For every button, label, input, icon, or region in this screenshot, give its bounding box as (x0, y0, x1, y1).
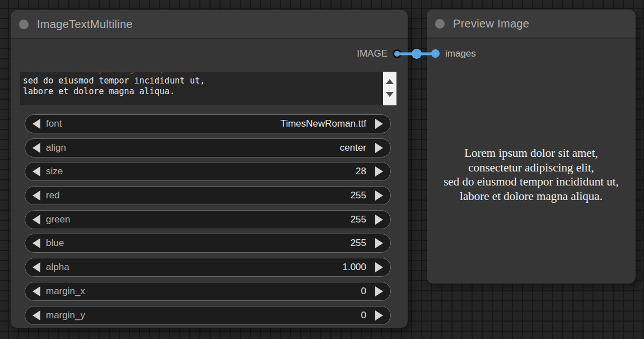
input-port-images[interactable] (431, 49, 440, 58)
output-port-image[interactable] (393, 49, 402, 58)
widget-value: TimesNewRoman.ttf (281, 118, 366, 129)
widget-font[interactable]: font TimesNewRoman.ttf (25, 114, 391, 133)
node-status-dot-icon (435, 19, 445, 29)
widget-label: red (46, 190, 351, 201)
widget-value: 1.000 (342, 262, 366, 273)
increment-arrow-icon[interactable] (375, 143, 383, 153)
preview-text-line: labore et dolore magna aliqua. (427, 189, 636, 204)
widget-value: 255 (351, 214, 366, 225)
widget-red[interactable]: red 255 (25, 186, 391, 205)
decrement-arrow-icon[interactable] (32, 143, 40, 153)
widget-margin-x[interactable]: margin_x 0 (25, 282, 391, 301)
widget-green[interactable]: green 255 (25, 210, 391, 229)
decrement-arrow-icon[interactable] (32, 166, 40, 177)
decrement-arrow-icon[interactable] (32, 286, 40, 296)
increment-arrow-icon[interactable] (375, 166, 383, 177)
widget-size[interactable]: size 28 (25, 162, 391, 181)
link-midpoint-dot (412, 49, 422, 59)
decrement-arrow-icon[interactable] (32, 215, 40, 225)
increment-arrow-icon[interactable] (375, 310, 383, 321)
node-header[interactable]: Preview Image (427, 10, 636, 39)
text-multiline-input[interactable]: consectetur adipiscing elit,sed do eiusm… (20, 72, 396, 105)
node-image-text-multiline[interactable]: ImageTextMultiline IMAGE consectetur adi… (11, 10, 408, 328)
widget-alpha[interactable]: alpha 1.000 (25, 258, 391, 277)
widget-value: 28 (356, 166, 366, 177)
decrement-arrow-icon[interactable] (32, 310, 40, 321)
widget-label: blue (46, 238, 351, 249)
widget-label: margin_y (46, 310, 361, 321)
node-title: Preview Image (453, 17, 529, 30)
decrement-arrow-icon[interactable] (32, 191, 40, 201)
textarea-line: labore et dolore magna aliqua. (23, 86, 396, 97)
decrement-arrow-icon[interactable] (32, 262, 40, 272)
widget-value: center (340, 142, 366, 154)
widget-label: alpha (46, 262, 342, 273)
increment-arrow-icon[interactable] (375, 238, 383, 248)
decrement-arrow-icon[interactable] (32, 119, 40, 129)
widget-label: align (46, 142, 340, 154)
scroll-up-icon[interactable] (386, 79, 394, 84)
node-title: ImageTextMultiline (37, 18, 133, 31)
preview-image-output: Lorem ipsum dolor sit amet, consectetur … (427, 146, 636, 203)
preview-text-line: Lorem ipsum dolor sit amet, (427, 146, 636, 161)
widget-label: size (46, 166, 356, 177)
widget-value: 0 (361, 310, 366, 321)
node-status-dot-icon (19, 20, 29, 29)
input-slot-label: images (445, 48, 476, 60)
node-preview-image[interactable]: Preview Image images Lorem ipsum dolor s… (427, 10, 636, 284)
output-slot-label: IMAGE (357, 48, 388, 60)
preview-text-line: sed do eiusmod tempor incididunt ut, (427, 175, 636, 189)
textarea-scrollbar[interactable] (383, 72, 396, 105)
node-header[interactable]: ImageTextMultiline (11, 10, 408, 39)
widget-blue[interactable]: blue 255 (25, 234, 391, 253)
widget-margin-y[interactable]: margin_y 0 (25, 306, 391, 325)
increment-arrow-icon[interactable] (375, 191, 383, 201)
widget-value: 0 (361, 286, 366, 297)
widget-label: font (46, 118, 281, 129)
widget-label: margin_x (46, 286, 361, 297)
scroll-down-icon[interactable] (386, 92, 394, 97)
increment-arrow-icon[interactable] (375, 119, 383, 129)
widget-align[interactable]: align center (25, 138, 391, 157)
decrement-arrow-icon[interactable] (32, 238, 40, 248)
preview-text-line: consectetur adipiscing elit, (427, 161, 636, 175)
textarea-content: consectetur adipiscing elit,sed do eiusm… (20, 72, 396, 97)
textarea-line: sed do eiusmod tempor incididunt ut, (23, 76, 396, 87)
widget-value: 255 (351, 190, 366, 201)
increment-arrow-icon[interactable] (375, 215, 383, 225)
widget-value: 255 (351, 238, 366, 249)
increment-arrow-icon[interactable] (375, 286, 383, 296)
widget-list: font TimesNewRoman.ttf align center size… (25, 114, 391, 325)
increment-arrow-icon[interactable] (375, 262, 383, 272)
node-editor-canvas[interactable]: { "colors": { "canvas_bg": "#242424", "g… (0, 0, 644, 339)
widget-label: green (46, 214, 351, 225)
